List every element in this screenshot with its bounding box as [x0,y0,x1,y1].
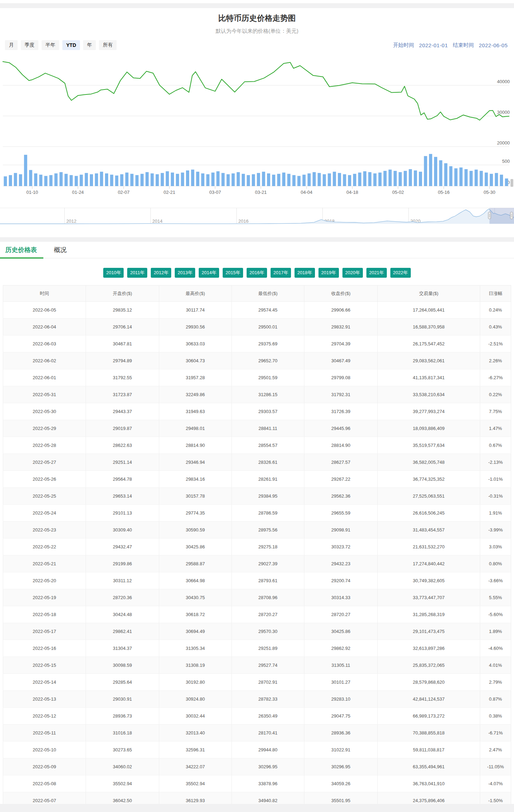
table-cell: 2022-06-04 [3,319,86,336]
table-cell: 36,582,005,748 [377,454,480,471]
start-date-value[interactable]: 2022-01-01 [419,42,448,48]
table-header-cell: 最低价($) [231,285,304,302]
year-button[interactable]: 2019年 [318,268,339,278]
table-cell: 35,519,577,634 [377,437,480,454]
table-cell: 29834.16 [159,471,231,488]
table-cell: 32,613,897,286 [377,640,480,657]
table-cell: 29432.47 [86,539,159,555]
table-cell: 29375.69 [231,336,304,352]
end-date-value[interactable]: 2022-06-05 [479,42,508,48]
period-button[interactable]: 季度 [21,40,38,50]
table-cell: 30694.49 [159,623,231,640]
volume-bar [358,173,361,186]
period-button[interactable]: YTD [62,40,80,50]
volume-bar [64,174,68,186]
table-cell: 31723.87 [86,386,159,403]
navigator-year-label: 2012 [66,219,76,224]
volume-bar [130,174,134,186]
table-cell: -6.71% [480,725,511,742]
table-cell: 2022-05-09 [3,758,86,775]
year-button[interactable]: 2015年 [223,268,243,278]
table-cell: -4.07% [480,775,511,792]
table-cell: 30425.86 [159,539,231,555]
year-button[interactable]: 2017年 [271,268,291,278]
navigator-chart[interactable]: 201220142016201820202022 [0,205,514,233]
table-cell: 29906.66 [304,302,378,319]
table-row: 2022-05-2729251.1429346.9428326.6128627.… [3,454,511,471]
period-button[interactable]: 半年 [42,40,59,50]
table-cell: 4.01% [480,657,511,674]
volume-bar [378,173,382,186]
table-cell: 31305.34 [159,640,231,657]
table-cell: 29862.41 [86,623,159,640]
volume-bar [470,171,473,186]
scrollbar-thumb[interactable] [510,179,513,187]
volume-bar [19,174,22,186]
volume-bar [363,171,366,186]
table-row: 2022-05-1530098.5931308.1929527.7431305.… [3,657,511,674]
table-header-cell: 开盘价($) [86,285,159,302]
period-button[interactable]: 所有 [99,40,117,50]
year-button[interactable]: 2011年 [127,268,147,278]
volume-bar [29,170,32,186]
volume-bar [409,169,412,186]
volume-bar [383,171,386,186]
volume-bar [231,173,235,186]
volume-bar [85,173,88,186]
table-cell: 31022.91 [304,742,378,758]
year-button[interactable]: 2012年 [151,268,171,278]
table-cell: 29862.92 [304,640,378,657]
table-cell: 28975.56 [231,522,304,539]
volume-bar [368,172,371,186]
table-cell: 29588.87 [159,555,231,572]
volume-bar [328,173,331,186]
year-button[interactable]: 2020年 [342,268,363,278]
tab-overview[interactable]: 概况 [54,246,67,254]
navigator-area: 201220142016201820202022 [0,205,514,235]
volume-bar [49,175,52,186]
year-button[interactable]: 2016年 [247,268,267,278]
date-range: 开始时间 2022-01-01 结束时间 2022-06-05 [393,42,508,49]
table-cell: 29275.18 [231,539,304,555]
tab-history-price-table[interactable]: 历史价格表 [5,246,37,254]
table-row: 2022-05-3131723.8732249.8631286.1531792.… [3,386,511,403]
table-cell: 2022-05-27 [3,454,86,471]
table-cell: 2022-05-16 [3,640,86,657]
table-cell: 2.26% [480,352,511,369]
volume-bar [404,171,407,186]
table-cell: 2.47% [480,742,511,758]
volume-bar [100,172,103,186]
table-cell: 0.22% [480,386,511,403]
period-button[interactable]: 月 [5,40,18,50]
table-cell: 29500.01 [231,319,304,336]
table-cell: 2022-06-03 [3,336,86,352]
year-button[interactable]: 2022年 [390,268,411,278]
table-cell: 21,631,532,270 [377,539,480,555]
price-volume-chart[interactable]: 200003000040000500001-1001-2402-0702-210… [0,52,514,198]
volume-bar [424,156,427,186]
table-row: 2022-05-2129199.8629588.8729027.3929432.… [3,555,511,572]
chart-toolbar: 月季度半年YTD年所有 开始时间 2022-01-01 结束时间 2022-06… [0,40,514,50]
year-button[interactable]: 2014年 [199,268,219,278]
period-button-group: 月季度半年YTD年所有 [5,40,117,50]
table-cell: 35502.94 [86,775,159,792]
table-cell: 29445.96 [304,420,378,437]
table-cell: 30604.73 [159,352,231,369]
volume-bar [439,160,442,186]
table-cell: 31016.18 [86,725,159,742]
volume-bar [115,176,118,186]
volume-bar [186,171,189,186]
year-button[interactable]: 2018年 [295,268,315,278]
period-button[interactable]: 年 [83,40,96,50]
table-cell: 2022-05-23 [3,522,86,539]
table-cell: 2022-05-14 [3,674,86,691]
volume-bar [389,170,392,186]
table-cell: 2022-06-05 [3,302,86,319]
year-button[interactable]: 2013年 [175,268,195,278]
table-cell: 2022-05-20 [3,572,86,589]
year-button[interactable]: 2010年 [103,268,124,278]
year-button[interactable]: 2021年 [366,268,387,278]
table-cell: 30273.65 [86,742,159,758]
table-cell: 27,525,063,551 [377,488,480,505]
table-cell: 17,264,085,441 [377,302,480,319]
